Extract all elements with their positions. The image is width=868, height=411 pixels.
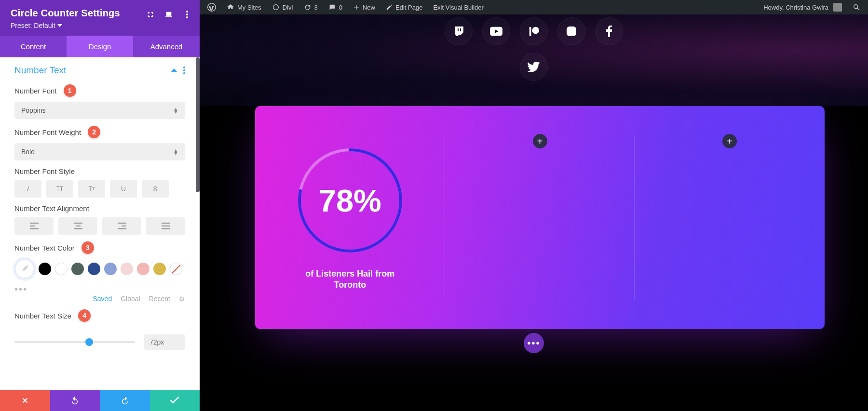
avatar bbox=[833, 3, 842, 12]
svg-point-19 bbox=[273, 5, 279, 10]
wp-comments[interactable]: 0 bbox=[324, 0, 347, 14]
number-font-select[interactable]: Poppins ▲▼ bbox=[14, 102, 185, 119]
svg-line-21 bbox=[857, 8, 859, 10]
instagram-icon[interactable] bbox=[557, 17, 585, 45]
wp-logo-icon[interactable] bbox=[203, 0, 221, 14]
twitch-icon[interactable] bbox=[445, 17, 473, 45]
patreon-icon[interactable] bbox=[520, 17, 548, 45]
svg-point-1 bbox=[186, 13, 188, 15]
strikethrough-button[interactable]: S bbox=[142, 180, 169, 198]
badge-4: 4 bbox=[78, 309, 91, 322]
svg-point-0 bbox=[186, 11, 188, 13]
svg-point-26 bbox=[570, 29, 573, 33]
twitter-icon[interactable] bbox=[520, 53, 548, 81]
facebook-icon[interactable] bbox=[595, 17, 623, 45]
size-slider[interactable] bbox=[14, 341, 135, 343]
size-slider-thumb[interactable] bbox=[85, 338, 93, 346]
youtube-icon[interactable] bbox=[482, 17, 510, 45]
save-button[interactable] bbox=[150, 390, 200, 411]
svg-point-5 bbox=[183, 72, 185, 74]
svg-point-27 bbox=[574, 28, 575, 29]
swatch-pink[interactable] bbox=[137, 263, 149, 275]
smallcaps-button[interactable]: TT bbox=[78, 180, 105, 198]
sidebar-header: Circle Counter Settings Preset: Default bbox=[0, 0, 200, 36]
badge-2: 2 bbox=[88, 126, 100, 138]
svg-point-24 bbox=[532, 27, 539, 34]
uppercase-button[interactable]: TT bbox=[46, 180, 73, 198]
svg-point-20 bbox=[854, 5, 858, 9]
badge-3: 3 bbox=[81, 241, 94, 254]
number-weight-label: Number Font Weight bbox=[14, 128, 81, 136]
number-color-label: Number Text Color bbox=[14, 244, 75, 252]
responsive-icon[interactable] bbox=[161, 7, 176, 22]
expand-icon[interactable] bbox=[143, 7, 158, 22]
sidebar-footer bbox=[0, 390, 200, 411]
redo-button[interactable] bbox=[100, 390, 150, 411]
wp-new[interactable]: New bbox=[348, 0, 380, 14]
counter-caption: of Listeners Hail from Toronto bbox=[297, 268, 403, 290]
color-settings-icon[interactable]: ⚙ bbox=[179, 295, 185, 303]
swatch-lightblue[interactable] bbox=[104, 263, 117, 275]
section-kebab-icon[interactable] bbox=[183, 66, 185, 74]
counter-column: 78% of Listeners Hail from Toronto bbox=[255, 106, 445, 329]
align-left-button[interactable] bbox=[14, 217, 54, 235]
preset-dropdown[interactable]: Preset: Default bbox=[11, 22, 62, 29]
number-style-label: Number Font Style bbox=[14, 167, 75, 175]
section-title: Number Text bbox=[14, 65, 66, 76]
wp-divi[interactable]: Divi bbox=[267, 0, 298, 14]
svg-rect-23 bbox=[529, 27, 531, 36]
swatch-none[interactable] bbox=[170, 263, 182, 275]
swatch-gold[interactable] bbox=[153, 263, 166, 275]
tab-content[interactable]: Content bbox=[0, 36, 67, 57]
color-tab-saved[interactable]: Saved bbox=[93, 295, 112, 303]
align-justify-button[interactable] bbox=[146, 217, 185, 235]
sidebar-tabs: Content Design Advanced bbox=[0, 36, 200, 57]
wp-updates[interactable]: 3 bbox=[299, 0, 323, 14]
wp-howdy[interactable]: Howdy, Christina Gwira bbox=[759, 0, 847, 14]
svg-point-4 bbox=[183, 69, 185, 71]
counter-number: 78% bbox=[295, 145, 406, 256]
preview-area: My Sites Divi 3 0 New Edit Page Exit Vis… bbox=[200, 0, 868, 411]
wp-exit-vb[interactable]: Exit Visual Builder bbox=[428, 0, 488, 14]
align-center-button[interactable] bbox=[58, 217, 97, 235]
empty-column-3: + bbox=[635, 106, 825, 329]
wp-search-icon[interactable] bbox=[848, 0, 865, 14]
kebab-icon[interactable] bbox=[179, 7, 195, 22]
size-value-input[interactable]: 72px bbox=[144, 334, 185, 350]
wp-mysites[interactable]: My Sites bbox=[222, 0, 266, 14]
svg-point-2 bbox=[186, 16, 188, 18]
circle-counter: 78% bbox=[295, 145, 406, 256]
wp-edit-page[interactable]: Edit Page bbox=[381, 0, 427, 14]
align-right-button[interactable] bbox=[102, 217, 141, 235]
empty-column-2: + bbox=[445, 106, 635, 329]
more-swatches-button[interactable]: ••• bbox=[0, 281, 200, 295]
cancel-button[interactable] bbox=[0, 390, 50, 411]
swatch-black[interactable] bbox=[39, 263, 51, 275]
swatch-blush[interactable] bbox=[121, 263, 133, 275]
badge-1: 1 bbox=[64, 84, 76, 97]
collapse-icon[interactable] bbox=[171, 67, 177, 74]
stats-section: 78% of Listeners Hail from Toronto + + bbox=[255, 106, 825, 329]
underline-button[interactable]: U bbox=[110, 180, 137, 198]
swatch-white[interactable] bbox=[55, 263, 68, 275]
italic-button[interactable]: I bbox=[14, 180, 41, 198]
vb-menu-button[interactable]: ••• bbox=[524, 333, 544, 353]
svg-point-3 bbox=[183, 66, 185, 68]
settings-sidebar: Circle Counter Settings Preset: Default … bbox=[0, 0, 200, 411]
add-module-button[interactable]: + bbox=[533, 134, 547, 148]
tab-design[interactable]: Design bbox=[67, 36, 133, 57]
color-tab-global[interactable]: Global bbox=[121, 295, 140, 303]
undo-button[interactable] bbox=[50, 390, 100, 411]
wp-admin-bar: My Sites Divi 3 0 New Edit Page Exit Vis… bbox=[200, 0, 868, 14]
tab-advanced[interactable]: Advanced bbox=[133, 36, 200, 57]
add-module-button[interactable]: + bbox=[722, 134, 737, 148]
number-font-label: Number Font bbox=[14, 87, 57, 95]
swatch-green[interactable] bbox=[71, 263, 84, 275]
sidebar-body: Number Text Number Font 1 Poppins ▲▼ Num… bbox=[0, 57, 200, 390]
hero-dark-section bbox=[200, 14, 868, 106]
swatch-navy[interactable] bbox=[88, 263, 100, 275]
number-align-label: Number Text Alignment bbox=[14, 204, 89, 212]
number-weight-select[interactable]: Bold ▲▼ bbox=[14, 143, 185, 160]
color-picker-button[interactable] bbox=[14, 259, 35, 279]
color-tab-recent[interactable]: Recent bbox=[149, 295, 170, 303]
